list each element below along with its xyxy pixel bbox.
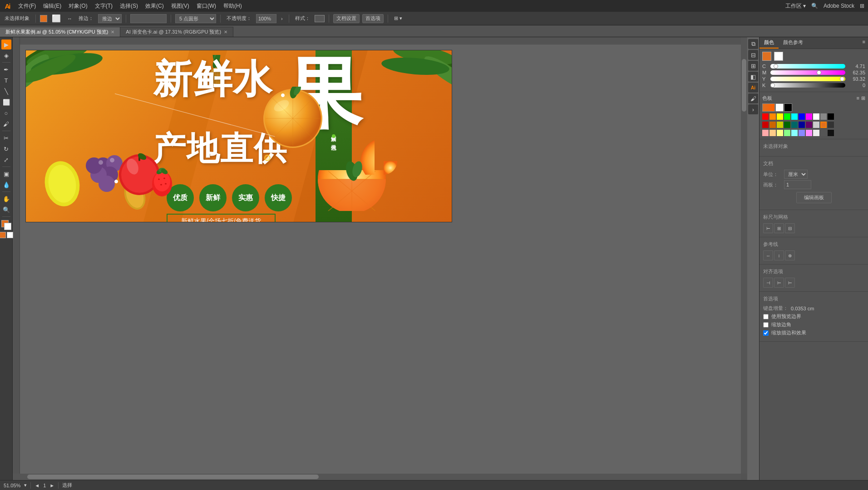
swatch-dark-orange[interactable] xyxy=(769,122,776,128)
gradient-tool[interactable]: ▣ xyxy=(1,169,11,179)
rect-tool[interactable]: ⬜ xyxy=(1,97,11,107)
menu-file[interactable]: 文件(F) xyxy=(15,0,39,12)
color-tab[interactable]: 颜色 xyxy=(760,37,779,49)
guide-icon-3[interactable]: ⊕ xyxy=(785,250,795,260)
swatch-black[interactable] xyxy=(784,103,792,112)
y-value[interactable]: 93.32 xyxy=(847,76,865,82)
k-slider[interactable] xyxy=(770,83,845,88)
menu-help[interactable]: 帮助(H) xyxy=(220,0,246,12)
scale-tool[interactable]: ⤢ xyxy=(1,155,11,165)
swatch-orange-grad[interactable] xyxy=(762,103,775,112)
swatch-dark-green[interactable] xyxy=(784,122,790,128)
color-ref-tab[interactable]: 颜色参考 xyxy=(779,37,808,49)
style-swatch[interactable] xyxy=(315,15,325,22)
swatch-green[interactable] xyxy=(784,113,790,120)
swatch-light-orange[interactable] xyxy=(769,130,776,136)
align-panel-btn[interactable]: ⊟ xyxy=(748,50,758,60)
ellipse-tool[interactable]: ○ xyxy=(1,108,11,118)
doc-settings-btn[interactable]: 文档设置 xyxy=(333,14,360,23)
menu-window[interactable]: 窗口(W) xyxy=(193,0,220,12)
menu-effect[interactable]: 效果(C) xyxy=(142,0,168,12)
right-arrow[interactable]: ► xyxy=(49,483,54,488)
swatch-light-pink[interactable] xyxy=(762,130,769,136)
swatch-near-black[interactable] xyxy=(828,130,834,136)
path-point[interactable] xyxy=(264,155,271,161)
swatch-yellow[interactable] xyxy=(777,113,783,120)
swatch-light-cyan[interactable] xyxy=(791,130,798,136)
swatch-cyan[interactable] xyxy=(791,113,798,120)
zoom-tool[interactable]: 🔍 xyxy=(1,205,11,215)
current-color-swatch[interactable] xyxy=(762,52,771,61)
zoom-value[interactable]: 51.05% xyxy=(4,483,20,488)
value-input[interactable] xyxy=(130,14,167,23)
c-thumb[interactable] xyxy=(774,64,778,69)
swatch-light-blue[interactable] xyxy=(799,130,805,136)
swatch-dark-red[interactable] xyxy=(762,122,769,128)
swatch-light-gray[interactable] xyxy=(813,122,819,128)
scissors-tool[interactable]: ✂ xyxy=(1,133,11,143)
swatch-blue[interactable] xyxy=(799,113,805,120)
handle-top-right[interactable] xyxy=(281,93,285,97)
line-tool[interactable]: ╲ xyxy=(1,86,11,96)
list-view-icon[interactable]: ≡ xyxy=(857,95,859,101)
swatch-dark-blue[interactable] xyxy=(799,122,805,128)
swatch-gray[interactable] xyxy=(820,113,827,120)
c-value[interactable]: 4.71 xyxy=(847,64,865,69)
brush-tool[interactable]: 🖌 xyxy=(1,119,11,129)
swatch-dark-yellow[interactable] xyxy=(777,122,783,128)
swatch-dark-magenta[interactable] xyxy=(806,122,812,128)
transform-panel-btn[interactable]: ⧉ xyxy=(748,39,758,49)
tab-0[interactable]: 新鲜水果案例.ai @ 51.05% (CMYK/GPU 预览) ✕ xyxy=(0,27,120,37)
left-arrow[interactable]: ◄ xyxy=(35,483,39,488)
swatch-light-magenta[interactable] xyxy=(806,130,812,136)
type-tool[interactable]: T xyxy=(1,75,11,85)
none-icon[interactable] xyxy=(7,232,13,238)
swatch-current[interactable] xyxy=(820,122,827,128)
expand-collapse-btn[interactable]: › xyxy=(748,104,758,114)
arrange-icon[interactable]: ⊞ xyxy=(860,3,864,9)
selection-tool[interactable]: ▶ xyxy=(1,39,11,49)
align-left-icon[interactable]: ⊣ xyxy=(763,278,773,288)
k-thumb[interactable] xyxy=(770,83,775,88)
search-icon[interactable]: 🔍 xyxy=(811,3,818,9)
pages-input[interactable] xyxy=(784,180,811,189)
ruler-icon[interactable]: ⊢ xyxy=(763,223,773,233)
edit-board-btn[interactable]: 编辑画板 xyxy=(796,192,832,203)
scale-corners-check[interactable] xyxy=(763,322,769,328)
direct-select-tool[interactable]: ◈ xyxy=(1,50,11,60)
y-slider[interactable] xyxy=(770,77,845,81)
swatch-black2[interactable] xyxy=(828,113,834,120)
swatch-dark-cyan[interactable] xyxy=(791,122,798,128)
menu-edit[interactable]: 编辑(E) xyxy=(39,0,65,12)
pen-tool[interactable]: ✒ xyxy=(1,64,11,74)
unit-select[interactable]: 厘米 xyxy=(784,170,808,179)
align-right-icon[interactable]: ⊢ xyxy=(785,278,795,288)
ai-label-btn[interactable]: Ai xyxy=(748,83,758,93)
guide-icon-1[interactable]: ↔ xyxy=(763,250,773,260)
guide-icon-2[interactable]: ↕ xyxy=(774,250,784,260)
menu-text[interactable]: 文字(T) xyxy=(91,0,116,12)
stroke-icon[interactable]: ⬜ xyxy=(50,14,63,24)
zoom-arrow[interactable]: ▾ xyxy=(24,482,27,488)
tab-0-close[interactable]: ✕ xyxy=(111,29,114,34)
swatch-orange[interactable] xyxy=(769,113,776,120)
pathfinder-btn[interactable]: ⊞ xyxy=(748,61,758,71)
rotate-tool[interactable]: ↻ xyxy=(1,144,11,154)
handle-left[interactable] xyxy=(114,180,118,183)
horizontal-scrollbar[interactable] xyxy=(13,474,741,480)
m-slider[interactable] xyxy=(770,70,845,75)
none-color-swatch[interactable] xyxy=(774,52,783,61)
banner-artwork[interactable]: 健康新鲜 绿色天然 新鲜水 果 产地直供 优质 新鲜 实惠 快捷 新鲜水果/全场… xyxy=(25,50,452,222)
nudge-value[interactable]: 0.0353 cm xyxy=(791,306,814,311)
m-value[interactable]: 62.35 xyxy=(847,70,865,75)
shape-select[interactable]: 5 点圆形 xyxy=(175,14,216,23)
menu-select[interactable]: 选择(S) xyxy=(116,0,142,12)
tag-value[interactable]: 实惠 xyxy=(232,184,259,211)
preview-bounds-check[interactable] xyxy=(763,314,769,319)
swatch-near-white[interactable] xyxy=(813,130,819,136)
extra-icon[interactable]: ⊞ ▾ xyxy=(392,14,404,24)
k-value[interactable]: 0 xyxy=(847,83,865,88)
brush-icon-btn[interactable]: 🖌 xyxy=(748,93,758,103)
swatch-med-gray[interactable] xyxy=(820,130,827,136)
color-icon[interactable] xyxy=(0,232,6,238)
